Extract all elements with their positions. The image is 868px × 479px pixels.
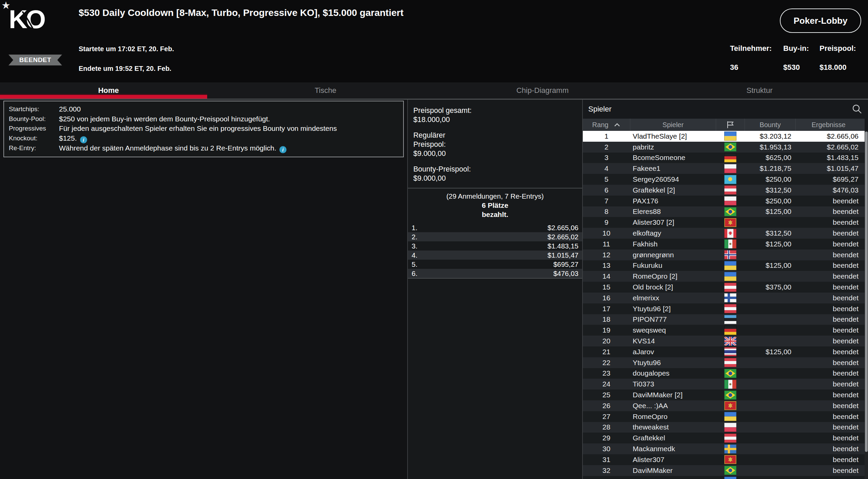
- player-row[interactable]: 25 DaviMMaker [2] beendet: [583, 390, 865, 400]
- player-flag-cell: [716, 142, 745, 152]
- player-row[interactable]: 6 Graftekkel [2] $312,50 $476,03: [583, 185, 865, 196]
- player-row[interactable]: 32 DaviMMaker beendet: [583, 465, 865, 476]
- player-row[interactable]: 14 RomeOpro [2] beendet: [583, 271, 865, 282]
- info-icon[interactable]: i: [279, 146, 287, 153]
- column-header-bounty[interactable]: Bounty: [745, 119, 795, 131]
- info-icon[interactable]: i: [80, 136, 87, 143]
- player-row[interactable]: 19 sweqsweq beendet: [583, 325, 865, 336]
- flag-mx-icon: [724, 239, 736, 248]
- scrollbar-thumb[interactable]: [865, 132, 868, 452]
- player-result: beendet: [795, 272, 861, 280]
- player-row[interactable]: 24 Ti0373 beendet: [583, 379, 865, 390]
- payout-row: 5. $695,27: [408, 260, 582, 269]
- stat-label-prizepool: Preispool:: [820, 44, 860, 53]
- prizepool-total-value: $18.000,00: [413, 115, 577, 124]
- player-row[interactable]: 5 Sergey260594 $250,00 $695,27: [583, 174, 865, 185]
- player-name: PIPON777: [630, 315, 716, 323]
- player-rank: 30: [583, 445, 630, 453]
- flag-de-icon: [724, 153, 736, 162]
- active-tab-indicator: [0, 95, 207, 99]
- player-row[interactable]: 31 Alister307 beendet: [583, 454, 865, 465]
- player-row[interactable]: 28 theweakest beendet: [583, 422, 865, 433]
- tournament-header: ★ KO BEENDET $530 Daily Cooldown [8-Max,…: [0, 0, 868, 82]
- payout-place: 2.: [412, 232, 417, 241]
- player-row[interactable]: 17 Ytuytu96 [2] beendet: [583, 303, 865, 314]
- player-row[interactable]: 1 VladTheSlaye [2] $3.203,12 $2.665,06: [583, 131, 865, 142]
- player-name: Graftekkel [2]: [630, 186, 716, 194]
- payout-amount: $2.665,02: [548, 232, 578, 241]
- player-row[interactable]: 16 elmerixx beendet: [583, 293, 865, 303]
- payout-row: 4. $1.015,47: [408, 251, 582, 260]
- player-flag-cell: [716, 477, 745, 479]
- player-row[interactable]: 7 PAX176 $250,00 beendet: [583, 196, 865, 206]
- tab-struktur[interactable]: Struktur: [651, 82, 868, 99]
- flag-me-icon: [724, 218, 736, 227]
- player-result: beendet: [795, 326, 861, 334]
- tab-tische[interactable]: Tische: [217, 82, 434, 99]
- player-result: $476,03: [795, 186, 861, 194]
- stat-value-entrants: 36: [730, 63, 783, 72]
- player-row[interactable]: [583, 476, 865, 479]
- player-bounty: $312,50: [745, 186, 795, 194]
- player-row[interactable]: 22 Ytuytu96 beendet: [583, 357, 865, 368]
- column-header-ergebnisse[interactable]: Ergebnisse: [795, 119, 861, 131]
- player-rank: 23: [583, 369, 630, 377]
- player-name: theweakest: [630, 423, 716, 431]
- player-row[interactable]: 15 Old brock [2] $375,00 beendet: [583, 282, 865, 293]
- player-result: beendet: [795, 207, 861, 216]
- player-result: beendet: [795, 218, 861, 226]
- player-row[interactable]: 18 PIPON777 beendet: [583, 314, 865, 325]
- player-name: sweqsweq: [630, 326, 716, 334]
- search-button[interactable]: [852, 104, 863, 115]
- flag-ua-icon: [724, 261, 736, 270]
- player-row[interactable]: 2 pabritz $1.953,13 $2.665,02: [583, 142, 865, 153]
- player-rank: 2: [583, 143, 630, 151]
- player-row[interactable]: 4 Fakeee1 $1.218,75 $1.015,47: [583, 163, 865, 174]
- start-time: Startete um 17:02 ET, 20. Feb.: [79, 45, 174, 53]
- player-name: Fakhish: [630, 240, 716, 248]
- flag-ua-icon: [724, 272, 736, 281]
- player-rank: 15: [583, 283, 630, 291]
- payout-row: 6. $476,03: [408, 269, 582, 278]
- stat-label-buyin: Buy-in:: [783, 44, 820, 53]
- scrollbar-track[interactable]: [865, 131, 868, 479]
- poker-lobby-button[interactable]: Poker-Lobby: [780, 8, 861, 33]
- player-name: Ytuytu96: [630, 359, 716, 367]
- flag-ua-icon: [724, 412, 736, 421]
- player-rank: 31: [583, 456, 630, 464]
- player-row[interactable]: 23 dougalopes beendet: [583, 368, 865, 379]
- player-row[interactable]: 8 Eleres88 $125,00 beendet: [583, 206, 865, 217]
- player-row[interactable]: 29 Graftekkel beendet: [583, 433, 865, 443]
- player-row[interactable]: 20 KVS14 beendet: [583, 336, 865, 346]
- player-name: Ti0373: [630, 380, 716, 388]
- player-row[interactable]: 10 elkoftagy $312,50 beendet: [583, 228, 865, 239]
- payout-place: 6.: [412, 269, 417, 278]
- tab-chip-diagramm[interactable]: Chip-Diagramm: [434, 82, 651, 99]
- player-row[interactable]: 27 RomeOpro beendet: [583, 411, 865, 422]
- player-row[interactable]: 13 Fukuruku $125,00 beendet: [583, 260, 865, 271]
- player-bounty: $125,00: [745, 261, 795, 270]
- player-row[interactable]: 3 BcomeSomeone $625,00 $1.483,15: [583, 153, 865, 163]
- player-row[interactable]: 11 Fakhish $125,00 beendet: [583, 239, 865, 250]
- player-flag-cell: [716, 466, 745, 475]
- player-result: beendet: [795, 434, 861, 442]
- player-row[interactable]: 9 Alister307 [2] beendet: [583, 217, 865, 228]
- player-row[interactable]: 21 aJarov $125,00 beendet: [583, 346, 865, 357]
- player-flag-cell: [716, 337, 745, 346]
- player-row[interactable]: 26 Qee... :)AA beendet: [583, 400, 865, 411]
- player-name: Fukuruku: [630, 261, 716, 270]
- player-row[interactable]: 30 Mackanmedk beendet: [583, 443, 865, 454]
- player-rank: 9: [583, 218, 630, 226]
- column-header-flag[interactable]: [716, 119, 745, 131]
- player-rank: 1: [583, 132, 630, 140]
- flag-column-icon: [726, 121, 734, 129]
- player-row[interactable]: 12 grønnegrønn beendet: [583, 250, 865, 260]
- player-name: Alister307: [630, 456, 716, 464]
- payout-place: 3.: [412, 241, 417, 251]
- flag-de-icon: [724, 326, 736, 335]
- divider: [408, 188, 582, 188]
- player-flag-cell: [716, 423, 745, 432]
- payout-row: 2. $2.665,02: [408, 232, 582, 241]
- column-header-rang[interactable]: Rang: [583, 119, 630, 131]
- column-header-spieler[interactable]: Spieler: [630, 119, 716, 131]
